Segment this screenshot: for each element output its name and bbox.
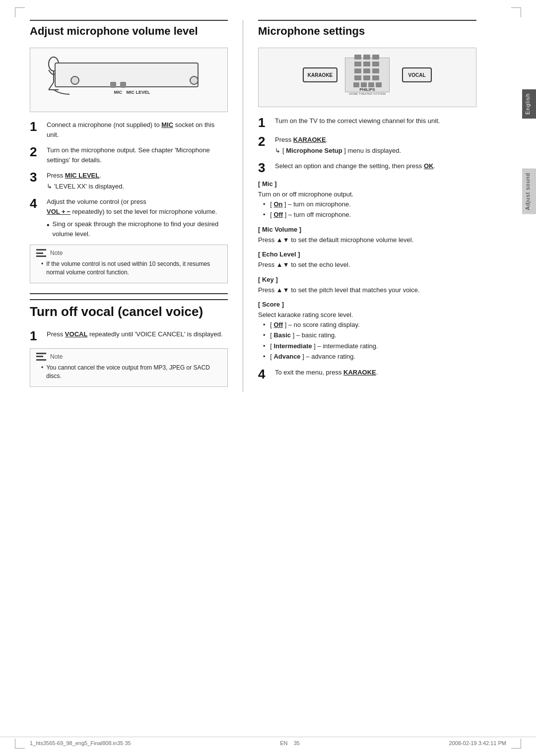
connector-svg [109,80,139,90]
device-diagram: MIC MIC LEVEL [30,48,228,112]
remote-grid [354,55,380,80]
sub-header-key: [ Key ] [258,276,476,283]
vocal-step-1-number: 1 [30,329,47,342]
remote-bottom-row [353,82,382,87]
sub-content-mic-volume: Press ▲▼ to set the default microphone v… [258,235,476,245]
note-bullet-1: • If the volume control is not used with… [36,260,221,277]
right-step-3: 3 Select an option and change the settin… [258,161,476,174]
sub-header-mic-volume: [ Mic Volume ] [258,226,476,233]
note-box-1: Note • If the volume control is not used… [30,245,228,283]
step-4: 4 Adjust the volume control (or press VO… [30,197,228,239]
note-label-2: Note [50,353,63,360]
step-3-number: 3 [30,171,47,184]
corner-tl [15,7,25,17]
page-number: EN 35 [280,740,300,746]
step-3: 3 Press MIC LEVEL. ↳ 'LEVEL XX' is displ… [30,171,228,191]
mic-bullets: • [ On ] – turn on microphone. • [ Off ]… [263,199,476,220]
tab-adjust-sound: Adjust sound [522,169,536,214]
sub-section-score: [ Score ] Select karaoke rating score le… [258,301,476,362]
sub-header-mic: [ Mic ] [258,180,476,188]
section-title-vocal: Turn off vocal (cancel voice) [30,299,228,322]
vocal-button-diagram: VOCAL [402,67,432,82]
remote-center: PHILIPS HOME THEATER SYSTEM [345,58,390,92]
note-bullet-2: • You cannot cancel the voice output fro… [36,364,221,380]
sub-sections: [ Mic ] Turn on or off microphone output… [258,180,476,362]
page-container: English Adjust sound Adjust microphone v… [0,0,536,756]
score-bullet-advance: • [ Advance ] – advance rating. [263,352,476,362]
sub-section-mic: [ Mic ] Turn on or off microphone output… [258,180,476,220]
note-box-2: Note • You cannot cancel the voice outpu… [30,348,228,387]
right-step-1-number: 1 [258,116,275,129]
svg-line-2 [49,82,54,90]
note-header-1: Note [36,249,221,257]
step-2: 2 Turn on the microphone output. See cha… [30,145,228,165]
section-title-mic-settings: Microphone settings [258,20,476,41]
score-bullets: • [ Off ] – no score rating display. • [… [263,320,476,362]
right-step-2-number: 2 [258,135,275,148]
right-step-4: 4 To exit the menu, press KARAOKE. [258,368,476,380]
step-3-content: Press MIC LEVEL. ↳ 'LEVEL XX' is display… [47,171,228,191]
right-step-3-content: Select an option and change the setting,… [275,161,476,171]
sub-content-key: Press ▲▼ to set the pitch level that mat… [258,285,476,295]
vocal-step-1-content: Press VOCAL repeatedly until 'VOICE CANC… [47,329,228,339]
step-1-content: Connect a microphone (not supplied) to M… [47,120,228,139]
right-column: Microphone settings KARAOKE [243,20,476,392]
remote-svg-wrap: KARAOKE [303,53,432,102]
sub-section-echo: [ Echo Level ] Press ▲▼ to set the echo … [258,251,476,270]
main-columns: Adjust microphone volume level [30,20,511,392]
step-2-number: 2 [30,145,47,158]
step-2-content: Turn on the microphone output. See chapt… [47,145,228,165]
right-step-4-number: 4 [258,368,275,380]
sub-content-mic: Turn on or off microphone output. • [ On… [258,189,476,220]
step-1-number: 1 [30,120,47,133]
note-icon-2 [36,353,46,361]
device-knob-left [70,76,79,85]
mic-label: MIC [114,90,123,95]
vocal-step-1: 1 Press VOCAL repeatedly until 'VOICE CA… [30,329,228,342]
philips-sub: HOME THEATER SYSTEM [349,92,385,95]
footer-left: 1_hts3565-69_98_eng5_Final808.in35 35 [30,740,131,746]
left-column: Adjust microphone volume level [30,20,243,392]
device-knob-right [190,76,199,85]
corner-tr [511,7,521,17]
right-step-3-number: 3 [258,161,275,174]
step-4-content: Adjust the volume control (or press VOL … [47,197,228,239]
right-step-2: 2 Press KARAOKE. ↳ [ Microphone Setup ] … [258,135,476,155]
note-icon-1 [36,249,46,257]
score-bullet-basic: • [ Basic ] – basic rating. [263,330,476,340]
right-step-2-content: Press KARAOKE. ↳ [ Microphone Setup ] me… [275,135,476,155]
mic-bullet-on: • [ On ] – turn on microphone. [263,199,476,209]
tab-english: English [522,89,536,119]
karaoke-button-diagram: KARAOKE [303,67,337,82]
right-step-1: 1 Turn on the TV to the correct viewing … [258,116,476,129]
svg-rect-4 [110,82,116,88]
right-step-1-content: Turn on the TV to the correct viewing ch… [275,116,476,126]
step-4-number: 4 [30,197,47,210]
sub-section-key: [ Key ] Press ▲▼ to set the pitch level … [258,276,476,295]
footer-right: 2008-02-19 3:42:11 PM [449,740,506,746]
page-footer: 1_hts3565-69_98_eng5_Final808.in35 35 EN… [0,737,536,746]
section-divider [30,293,228,294]
right-step-4-content: To exit the menu, press KARAOKE. [275,368,476,378]
sub-header-echo: [ Echo Level ] [258,251,476,258]
philips-label: PHILIPS [359,87,375,92]
sub-header-score: [ Score ] [258,301,476,308]
remote-diagram: KARAOKE [258,48,476,107]
mic-bullet-off: • [ Off ] – turn off microphone. [263,210,476,220]
note-header-2: Note [36,353,221,361]
sub-section-mic-volume: [ Mic Volume ] Press ▲▼ to set the defau… [258,226,476,245]
diagram-inner: MIC MIC LEVEL [45,55,213,105]
section-title-adjust-mic: Adjust microphone volume level [30,20,228,41]
sub-content-echo: Press ▲▼ to set the echo level. [258,260,476,270]
note-label-1: Note [50,250,63,256]
svg-rect-5 [120,82,126,88]
score-bullet-intermediate: • [ Intermediate ] – intermediate rating… [263,341,476,351]
step-1: 1 Connect a microphone (not supplied) to… [30,120,228,139]
score-bullet-off: • [ Off ] – no score rating display. [263,320,476,330]
mic-level-label: MIC LEVEL [127,90,150,95]
sub-content-score: Select karaoke rating score level. • [ O… [258,310,476,362]
